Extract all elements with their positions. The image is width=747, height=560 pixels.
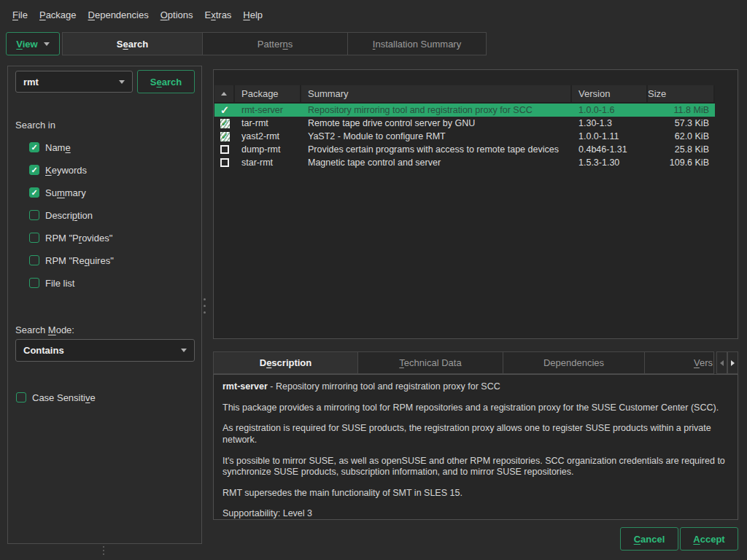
package-summary: Magnetic tape control and server	[301, 158, 572, 168]
table-row[interactable]: tar-rmt Remote tape drive control server…	[214, 117, 715, 130]
table-body: rmt-server Repository mirroring tool and…	[214, 104, 715, 169]
column-header-version[interactable]: Version	[572, 85, 648, 102]
tab-scroll-left-button[interactable]	[716, 351, 727, 374]
filter-checkbox-row[interactable]: Name	[29, 142, 114, 152]
column-header-package[interactable]: Package	[235, 85, 301, 102]
details-tab-label: Description	[260, 357, 312, 368]
accept-button-label: Accept	[693, 534, 724, 545]
details-tab[interactable]: Technical Data	[358, 351, 503, 374]
checkbox-icon[interactable]	[29, 210, 39, 220]
chevron-right-icon	[731, 360, 735, 366]
filter-checkbox-row[interactable]: Description	[29, 210, 114, 220]
filter-label: Keywords	[45, 165, 87, 176]
checkbox-icon[interactable]	[29, 165, 39, 175]
table-header: Package Summary Version Size	[214, 85, 715, 103]
cancel-button[interactable]: Cancel	[620, 527, 678, 551]
filter-checkbox-row[interactable]: Keywords	[29, 165, 114, 175]
column-header-summary[interactable]: Summary	[301, 85, 572, 102]
tab-scroll-right-button[interactable]	[727, 351, 738, 374]
package-version: 1.0.0-1.11	[572, 131, 648, 141]
filter-checkbox-row[interactable]: File list	[29, 278, 114, 288]
description-title: rmt-server - Repository mirroring tool a…	[222, 381, 729, 393]
search-mode-combobox[interactable]: Contains	[15, 339, 195, 362]
checkbox-icon[interactable]	[29, 142, 39, 152]
sort-column-header[interactable]	[214, 85, 235, 102]
menu-item[interactable]: File	[12, 9, 28, 20]
menu-item[interactable]: Package	[39, 9, 77, 20]
filter-label: Description	[45, 210, 93, 221]
description-title-rest: - Repository mirroring tool and registra…	[268, 381, 500, 392]
checkbox-icon[interactable]	[29, 187, 39, 198]
filter-label: Summary	[45, 187, 86, 198]
search-filter-list: Name Keywords Summary Description RPM "P…	[29, 142, 114, 300]
status-icon[interactable]	[220, 158, 229, 167]
chevron-down-icon	[119, 80, 125, 84]
view-button[interactable]: View	[6, 32, 60, 55]
package-name: rmt-server	[235, 105, 301, 115]
description-panel: rmt-server - Repository mirroring tool a…	[213, 374, 738, 520]
package-size: 62.0 KiB	[648, 131, 715, 141]
description-paragraph: It's possible to mirror SUSE, as well as…	[222, 456, 729, 478]
package-name: dump-rmt	[235, 144, 301, 155]
filter-checkbox-row[interactable]: Summary	[29, 187, 114, 198]
status-icon[interactable]	[220, 132, 230, 141]
sort-ascending-icon	[221, 92, 227, 96]
menu-item[interactable]: Help	[243, 9, 263, 20]
package-summary: Repository mirroring tool and registrati…	[301, 105, 572, 115]
filter-checkbox-row[interactable]: RPM "Requires"	[29, 255, 114, 265]
main-tab[interactable]: Installation Summary	[348, 32, 487, 55]
main-tab-label: Installation Summary	[373, 39, 461, 50]
panel-splitter-handle[interactable]	[204, 296, 206, 316]
view-button-label: View	[16, 39, 37, 50]
chevron-left-icon	[720, 360, 724, 366]
menu-item[interactable]: Extras	[205, 9, 232, 20]
search-query-value: rmt	[23, 77, 39, 88]
details-tab[interactable]: Vers	[645, 351, 714, 374]
bottom-splitter-handle[interactable]	[103, 545, 104, 556]
chevron-down-icon	[181, 349, 187, 352]
accept-button[interactable]: Accept	[680, 527, 738, 551]
table-row[interactable]: dump-rmt Provides certain programs with …	[214, 143, 715, 156]
search-button[interactable]: Search	[137, 70, 195, 93]
status-icon[interactable]	[220, 119, 230, 128]
main-tab-label: Patterns	[258, 39, 293, 50]
checkbox-icon[interactable]	[29, 233, 39, 243]
search-query-combobox[interactable]: rmt	[15, 71, 133, 93]
main-tab-label: Search	[117, 39, 148, 50]
checkbox-icon[interactable]	[29, 278, 39, 288]
package-summary: YaST2 - Module to configure RMT	[301, 131, 572, 141]
menu-item[interactable]: Dependencies	[88, 9, 149, 20]
package-name: tar-rmt	[235, 118, 301, 128]
details-tab[interactable]: Description	[213, 351, 358, 374]
details-tab[interactable]: Dependencies	[503, 351, 645, 374]
search-mode-value: Contains	[23, 345, 64, 356]
description-package-name: rmt-server	[222, 381, 268, 392]
package-size: 11.8 MiB	[648, 105, 715, 115]
details-tab-label: Vers	[694, 357, 713, 368]
column-header-size[interactable]: Size	[648, 85, 715, 102]
package-size: 109.6 KiB	[648, 158, 715, 168]
table-row[interactable]: rmt-server Repository mirroring tool and…	[214, 104, 715, 117]
filter-label: RPM "Requires"	[45, 255, 114, 266]
table-row[interactable]: star-rmt Magnetic tape control and serve…	[214, 156, 715, 169]
filter-checkbox-row[interactable]: RPM "Provides"	[29, 233, 114, 243]
status-icon[interactable]	[220, 104, 230, 117]
checkbox-icon[interactable]	[29, 255, 39, 265]
search-in-label: Search in	[15, 120, 55, 131]
search-mode-label: Search Mode:	[15, 324, 74, 335]
package-name: star-rmt	[235, 158, 301, 168]
chevron-down-icon	[44, 42, 50, 46]
checkbox-icon[interactable]	[16, 392, 26, 402]
search-button-label: Search	[150, 77, 182, 88]
details-tab-label: Dependencies	[543, 357, 604, 368]
package-name: yast2-rmt	[235, 131, 301, 141]
case-sensitive-row[interactable]: Case Sensitive	[16, 392, 96, 402]
description-paragraph: RMT supersedes the main functionality of…	[222, 488, 729, 499]
main-tab[interactable]: Search	[62, 32, 203, 55]
table-row[interactable]: yast2-rmt YaST2 - Module to configure RM…	[214, 130, 715, 143]
filter-label: RPM "Provides"	[45, 233, 112, 244]
status-icon[interactable]	[220, 145, 229, 154]
main-tab[interactable]: Patterns	[203, 32, 348, 55]
menu-item[interactable]: Options	[160, 9, 193, 20]
package-table: Package Summary Version Size rmt-server …	[213, 69, 738, 339]
